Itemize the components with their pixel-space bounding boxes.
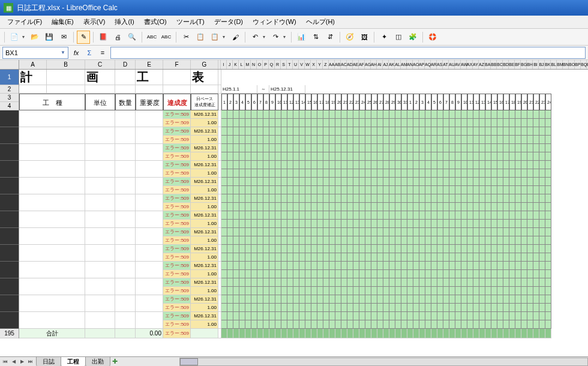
name-box[interactable]: BX1 ▼ — [2, 47, 68, 59]
star-icon[interactable]: ✦ — [377, 31, 391, 44]
spellcheck-icon[interactable]: ABC — [145, 31, 158, 44]
open-icon[interactable]: 📂 — [28, 31, 41, 44]
cell-grid[interactable]: 計画工表H25.1.1～H25.12.31工 種単位数量重要度達成度日ベース達成… — [19, 70, 588, 356]
email-icon[interactable]: ✉ — [57, 31, 70, 44]
save-icon[interactable]: 💾 — [43, 31, 56, 44]
equals-icon[interactable]: = — [97, 47, 108, 58]
nav-icon[interactable]: 🧭 — [343, 31, 356, 44]
print-icon[interactable]: 🖨 — [111, 31, 124, 44]
select-all-corner[interactable] — [0, 60, 19, 70]
menu-insert[interactable]: 挿入(I) — [110, 16, 139, 28]
tab-koutei[interactable]: 工程 — [61, 356, 86, 366]
undo-icon[interactable]: ↶ — [248, 31, 262, 44]
chevron-down-icon[interactable]: ▼ — [61, 50, 65, 55]
gallery-icon[interactable]: 🖼 — [358, 31, 371, 44]
toolbar: 📄▾ 📂 💾 ✉ ✎ 📕 🖨 🔍 ABC ABC ✂ 📋 📋▾ 🖌 ↶▾ ↷▾ … — [0, 29, 588, 46]
sort-desc-icon[interactable]: ⇵ — [323, 31, 337, 44]
preview-icon[interactable]: 🔍 — [125, 31, 139, 44]
extension-icon[interactable]: 🧩 — [406, 31, 419, 44]
formula-bar: BX1 ▼ fx Σ = — [0, 46, 588, 60]
tab-first-icon[interactable]: ⏮ — [1, 358, 10, 366]
add-sheet-icon[interactable]: ✚ — [110, 358, 119, 365]
help-icon[interactable]: 🛟 — [426, 31, 439, 44]
window-icon[interactable]: ◫ — [392, 31, 405, 44]
menu-tools[interactable]: ツール(T) — [172, 16, 209, 28]
autospell-icon[interactable]: ABC — [160, 31, 173, 44]
titlebar-text: 日誌工程.xlsx - LibreOffice Calc — [17, 3, 118, 13]
tab-nisshi[interactable]: 日誌 — [36, 356, 61, 366]
edit-icon[interactable]: ✎ — [77, 31, 90, 44]
menu-view[interactable]: 表示(V) — [79, 16, 110, 28]
paste-icon[interactable]: 📋 — [208, 31, 221, 44]
format-paint-icon[interactable]: 🖌 — [229, 31, 242, 44]
menu-edit[interactable]: 編集(E) — [47, 16, 79, 28]
copy-icon[interactable]: 📋 — [194, 31, 207, 44]
formula-input[interactable] — [110, 47, 586, 59]
new-icon[interactable]: 📄 — [8, 31, 21, 44]
horizontal-scrollbar[interactable] — [179, 358, 588, 366]
scrollbar-thumb[interactable] — [180, 358, 198, 365]
cut-icon[interactable]: ✂ — [179, 31, 193, 44]
menu-file[interactable]: ファイル(F) — [2, 16, 47, 28]
menu-data[interactable]: データ(D) — [209, 16, 248, 28]
spreadsheet: ABCDEFGIJKLMNOPQRSTUVWXYZAAABACADAEAFAGA… — [0, 60, 588, 356]
sum-icon[interactable]: Σ — [84, 47, 95, 58]
tab-shukkin[interactable]: 出勤 — [85, 356, 110, 366]
sort-asc-icon[interactable]: ⇅ — [309, 31, 322, 44]
app-icon: ▦ — [4, 3, 13, 13]
menubar: ファイル(F) 編集(E) 表示(V) 挿入(I) 書式(O) ツール(T) デ… — [0, 16, 588, 29]
redo-icon[interactable]: ↷ — [269, 31, 282, 44]
tab-prev-icon[interactable]: ◀ — [10, 358, 18, 366]
tab-next-icon[interactable]: ▶ — [18, 358, 26, 366]
menu-help[interactable]: ヘルプ(H) — [301, 16, 340, 28]
titlebar: ▦ 日誌工程.xlsx - LibreOffice Calc — [0, 0, 588, 16]
column-headers[interactable]: ABCDEFGIJKLMNOPQRSTUVWXYZAAABACADAEAFAGA… — [19, 60, 588, 70]
pdf-icon[interactable]: 📕 — [97, 31, 110, 44]
menu-format[interactable]: 書式(O) — [139, 16, 172, 28]
chart-icon[interactable]: 📊 — [295, 31, 308, 44]
row-headers[interactable]: 1234195 — [0, 70, 19, 338]
function-wizard-icon[interactable]: fx — [71, 47, 82, 58]
menu-window[interactable]: ウィンドウ(W) — [248, 16, 301, 28]
sheet-tab-bar: ⏮ ◀ ▶ ⏭ 日誌 工程 出勤 ✚ — [0, 356, 588, 366]
tab-last-icon[interactable]: ⏭ — [26, 358, 35, 366]
